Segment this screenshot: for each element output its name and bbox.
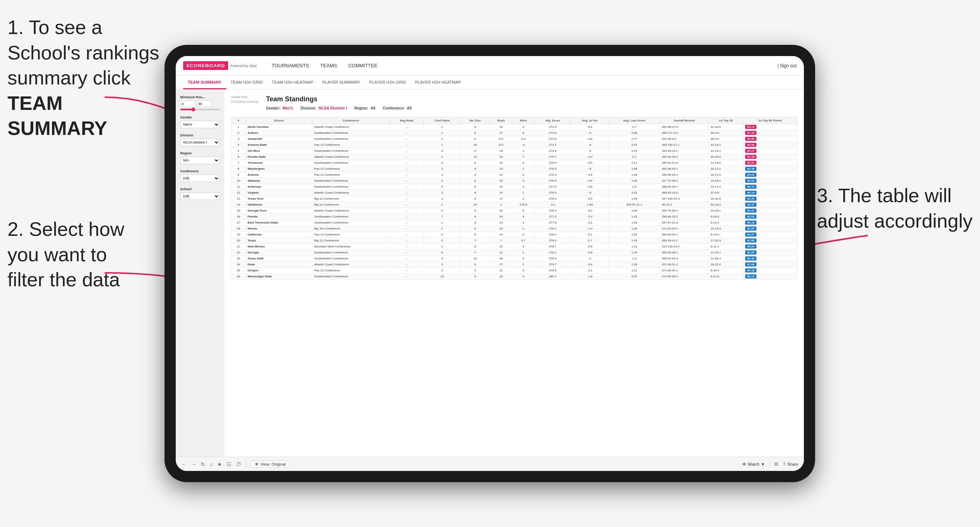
cell-avg-to-par: -1.1 [571,268,609,274]
cell-avg-rank: - [390,124,424,130]
cell-conf-rank: 4 [424,208,460,214]
table-row: 9 Arizona Pac-12 Conference - 3 8 22 3 2… [231,172,797,178]
nav-tournaments[interactable]: TOURNAMENTS [272,61,309,70]
share-label: Share [788,462,798,467]
cell-avg-low: 209 97-21-1 [609,202,660,208]
cell-rank: 1 [231,124,246,130]
filter-division-group: Division NCAA Division I [180,133,220,146]
cell-rank: 9 [231,172,246,178]
subnav-team-summary[interactable]: TEAM SUMMARY [183,76,226,89]
cell-vs-top25: 23-23-1 [708,208,743,214]
subnav-player-summary[interactable]: PLAYER SUMMARY [318,76,365,89]
filter-rounds-min[interactable] [180,100,195,107]
cell-wins: 6 [512,208,535,214]
watch-icon: 👁 [742,462,746,467]
filter-school-group: School (All) [180,187,220,200]
share-button[interactable]: ⇧ Share [783,462,798,467]
resize-icon[interactable]: ⧉ [774,461,778,467]
cell-wins: 2 [512,256,535,262]
cell-rank: 13 [231,196,246,202]
cell-vs-top50: 80.18 [743,268,797,274]
cell-avg-rank: - [390,148,424,154]
cell-vs-top50: 82.95 [743,238,797,244]
subnav-player-h2h-heatmap[interactable]: PLAYER H2H HEATMAP [410,76,466,89]
cell-school: Ole Miss [246,148,312,154]
forward-icon[interactable]: → [191,461,196,467]
table-row: 15 Georgia Tech Atlantic Coast Conferenc… [231,208,797,214]
cell-adj-score: 277.0 [535,184,571,190]
cell-rank: 17 [231,220,246,226]
cell-vs-top50: 80.16 [743,220,797,226]
cell-school: New Mexico [246,244,312,250]
clock-icon[interactable]: ⏱ [236,461,241,467]
cell-vs-top50: 89.11 [743,124,797,130]
cell-vs-top50: 82.39 [743,154,797,160]
cell-vs-top50: 83.47 [743,202,797,208]
cell-wins: 3 [512,178,535,184]
cell-avg-low: 1.44 [609,238,660,244]
cell-wins: 1 [512,262,535,268]
cell-school: Texas A&M [246,256,312,262]
home-icon[interactable]: ⌂ [210,461,213,467]
cell-conf-rank: 3 [424,238,460,244]
sign-out-button[interactable]: | Sign out [778,63,797,68]
filter-school-select[interactable]: (All) [180,192,220,200]
cell-school: Texas [246,238,312,244]
cell-adj-score: 273.5 [535,124,571,130]
cell-no-tour: 9 [460,268,490,274]
cell-vs-top50: 82.88 [743,262,797,268]
cell-avg-rank: - [390,250,424,256]
filter-conference-select[interactable]: (All) [180,175,220,182]
filter-rounds-max[interactable] [197,100,212,107]
nav-teams[interactable]: TEAMS [320,61,337,70]
cell-wins: 0.7 [512,238,535,244]
view-original-button[interactable]: 👁 View: Original [250,460,290,468]
cell-conf-rank: 5 [424,178,460,184]
back-icon[interactable]: ← [181,461,186,467]
cell-vs-top25: 11-28-3 [708,256,743,262]
cell-adj-score: 275.7 [535,154,571,160]
cell-conference: Atlantic Coast Conference [312,154,390,160]
bookmark-icon[interactable]: ★ [217,461,222,467]
logo: SCOREBOARD [183,61,228,70]
cell-conference: Big 12 Conference [312,238,390,244]
table-row: 2 Auburn Southeastern Conference - 1 9 2… [231,130,797,136]
col-overall: Overall Record [660,117,708,124]
col-conf-rank: Conf Rank [424,117,460,124]
cell-conf-rank: 1 [424,130,460,136]
reload-icon[interactable]: ↻ [201,461,205,467]
filter-gender-select[interactable]: Men's [180,121,220,128]
cell-vs-top25: 51-18-2 [708,202,743,208]
cell-rnds: 22 [490,244,512,250]
nav-committee[interactable]: COMMITTEE [348,61,377,70]
cell-rank: 22 [231,250,246,256]
cell-overall: 270 60-39-2 [660,274,708,279]
cell-rank: 15 [231,208,246,214]
cell-avg-low: 2.88 [609,130,660,136]
filter-division-select[interactable]: NCAA Division I [180,139,220,146]
cell-school: Mississippi State [246,274,312,279]
cell-conf-rank: 1 [424,142,460,148]
watch-button[interactable]: 👁 Watch ▼ [742,462,765,467]
subnav-team-h2h-heatmap[interactable]: TEAM H2H HEATMAP [267,76,318,89]
cell-wins: 3 [512,172,535,178]
filter-region-select[interactable]: N/A [180,157,220,164]
cell-avg-rank: - [390,274,424,279]
cell-rank: 3 [231,136,246,142]
cell-vs-top50: 83.49 [743,166,797,172]
watch-label: Watch [748,462,759,467]
cell-vs-top50: 80.71 [743,184,797,190]
subnav-player-h2h-grid[interactable]: PLAYER H2H GRID [365,76,410,89]
subnav-team-h2h-grid[interactable]: TEAM H2H GRID [226,76,267,89]
grid-icon[interactable]: ☷ [227,461,231,467]
cell-rnds: 23 [490,274,512,279]
cell-wins: 0 [512,274,535,279]
cell-school: California [246,232,312,238]
cell-school: Oklahoma [246,202,312,208]
filter-rounds-slider[interactable] [180,109,220,110]
cell-conference: Big 12 Conference [312,196,390,202]
cell-vs-top25: 18-23-0 [708,262,743,268]
navbar: SCOREBOARD Powered by clippi TOURNAMENTS… [176,56,804,76]
cell-vs-top25: 11-29-1 [708,250,743,256]
col-rank: # [231,117,246,124]
